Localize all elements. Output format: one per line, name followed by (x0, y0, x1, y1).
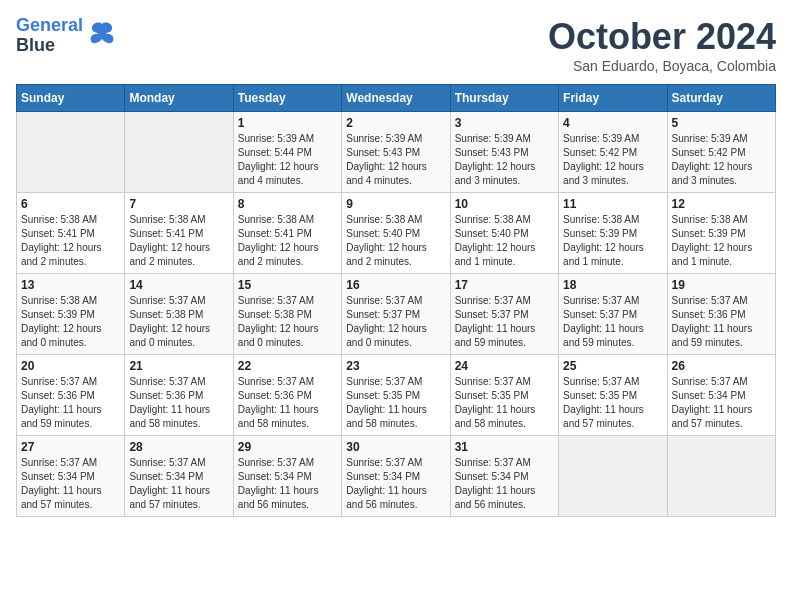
calendar-header-cell: Friday (559, 85, 667, 112)
day-number: 18 (563, 278, 662, 292)
calendar-day-cell: 16Sunrise: 5:37 AM Sunset: 5:37 PM Dayli… (342, 274, 450, 355)
calendar-header-cell: Sunday (17, 85, 125, 112)
day-info: Sunrise: 5:37 AM Sunset: 5:36 PM Dayligh… (21, 375, 120, 431)
day-info: Sunrise: 5:37 AM Sunset: 5:35 PM Dayligh… (346, 375, 445, 431)
day-info: Sunrise: 5:37 AM Sunset: 5:36 PM Dayligh… (238, 375, 337, 431)
calendar-header-cell: Wednesday (342, 85, 450, 112)
calendar-day-cell: 25Sunrise: 5:37 AM Sunset: 5:35 PM Dayli… (559, 355, 667, 436)
calendar-day-cell: 19Sunrise: 5:37 AM Sunset: 5:36 PM Dayli… (667, 274, 775, 355)
day-number: 9 (346, 197, 445, 211)
calendar-day-cell (667, 436, 775, 517)
header: General Blue October 2024 San Eduardo, B… (16, 16, 776, 74)
day-number: 26 (672, 359, 771, 373)
day-info: Sunrise: 5:39 AM Sunset: 5:42 PM Dayligh… (672, 132, 771, 188)
day-info: Sunrise: 5:37 AM Sunset: 5:34 PM Dayligh… (238, 456, 337, 512)
calendar-day-cell (125, 112, 233, 193)
day-number: 4 (563, 116, 662, 130)
calendar-week-row: 13Sunrise: 5:38 AM Sunset: 5:39 PM Dayli… (17, 274, 776, 355)
calendar-week-row: 20Sunrise: 5:37 AM Sunset: 5:36 PM Dayli… (17, 355, 776, 436)
calendar-day-cell: 1Sunrise: 5:39 AM Sunset: 5:44 PM Daylig… (233, 112, 341, 193)
day-info: Sunrise: 5:37 AM Sunset: 5:38 PM Dayligh… (129, 294, 228, 350)
calendar-table: SundayMondayTuesdayWednesdayThursdayFrid… (16, 84, 776, 517)
calendar-day-cell: 13Sunrise: 5:38 AM Sunset: 5:39 PM Dayli… (17, 274, 125, 355)
day-number: 17 (455, 278, 554, 292)
calendar-header-cell: Tuesday (233, 85, 341, 112)
calendar-day-cell: 22Sunrise: 5:37 AM Sunset: 5:36 PM Dayli… (233, 355, 341, 436)
day-number: 29 (238, 440, 337, 454)
day-number: 6 (21, 197, 120, 211)
day-number: 7 (129, 197, 228, 211)
day-number: 16 (346, 278, 445, 292)
calendar-day-cell: 24Sunrise: 5:37 AM Sunset: 5:35 PM Dayli… (450, 355, 558, 436)
day-info: Sunrise: 5:38 AM Sunset: 5:40 PM Dayligh… (346, 213, 445, 269)
day-number: 8 (238, 197, 337, 211)
calendar-day-cell: 8Sunrise: 5:38 AM Sunset: 5:41 PM Daylig… (233, 193, 341, 274)
day-info: Sunrise: 5:39 AM Sunset: 5:42 PM Dayligh… (563, 132, 662, 188)
day-number: 30 (346, 440, 445, 454)
day-number: 21 (129, 359, 228, 373)
calendar-week-row: 27Sunrise: 5:37 AM Sunset: 5:34 PM Dayli… (17, 436, 776, 517)
day-number: 19 (672, 278, 771, 292)
day-info: Sunrise: 5:39 AM Sunset: 5:44 PM Dayligh… (238, 132, 337, 188)
day-info: Sunrise: 5:37 AM Sunset: 5:34 PM Dayligh… (21, 456, 120, 512)
day-info: Sunrise: 5:37 AM Sunset: 5:34 PM Dayligh… (672, 375, 771, 431)
calendar-day-cell: 4Sunrise: 5:39 AM Sunset: 5:42 PM Daylig… (559, 112, 667, 193)
calendar-week-row: 6Sunrise: 5:38 AM Sunset: 5:41 PM Daylig… (17, 193, 776, 274)
day-info: Sunrise: 5:37 AM Sunset: 5:37 PM Dayligh… (455, 294, 554, 350)
day-info: Sunrise: 5:39 AM Sunset: 5:43 PM Dayligh… (455, 132, 554, 188)
day-info: Sunrise: 5:37 AM Sunset: 5:36 PM Dayligh… (672, 294, 771, 350)
calendar-day-cell: 3Sunrise: 5:39 AM Sunset: 5:43 PM Daylig… (450, 112, 558, 193)
day-number: 28 (129, 440, 228, 454)
day-info: Sunrise: 5:39 AM Sunset: 5:43 PM Dayligh… (346, 132, 445, 188)
day-number: 23 (346, 359, 445, 373)
day-info: Sunrise: 5:37 AM Sunset: 5:37 PM Dayligh… (346, 294, 445, 350)
calendar-day-cell: 21Sunrise: 5:37 AM Sunset: 5:36 PM Dayli… (125, 355, 233, 436)
day-number: 14 (129, 278, 228, 292)
day-info: Sunrise: 5:37 AM Sunset: 5:37 PM Dayligh… (563, 294, 662, 350)
calendar-day-cell (17, 112, 125, 193)
calendar-header-cell: Monday (125, 85, 233, 112)
day-info: Sunrise: 5:37 AM Sunset: 5:35 PM Dayligh… (563, 375, 662, 431)
day-number: 31 (455, 440, 554, 454)
day-number: 15 (238, 278, 337, 292)
day-number: 2 (346, 116, 445, 130)
calendar-day-cell: 14Sunrise: 5:37 AM Sunset: 5:38 PM Dayli… (125, 274, 233, 355)
day-number: 13 (21, 278, 120, 292)
day-info: Sunrise: 5:37 AM Sunset: 5:38 PM Dayligh… (238, 294, 337, 350)
calendar-day-cell: 27Sunrise: 5:37 AM Sunset: 5:34 PM Dayli… (17, 436, 125, 517)
location-subtitle: San Eduardo, Boyaca, Colombia (548, 58, 776, 74)
calendar-week-row: 1Sunrise: 5:39 AM Sunset: 5:44 PM Daylig… (17, 112, 776, 193)
day-info: Sunrise: 5:38 AM Sunset: 5:41 PM Dayligh… (21, 213, 120, 269)
calendar-day-cell: 30Sunrise: 5:37 AM Sunset: 5:34 PM Dayli… (342, 436, 450, 517)
calendar-day-cell: 10Sunrise: 5:38 AM Sunset: 5:40 PM Dayli… (450, 193, 558, 274)
day-number: 20 (21, 359, 120, 373)
month-title: October 2024 (548, 16, 776, 58)
day-number: 25 (563, 359, 662, 373)
day-info: Sunrise: 5:38 AM Sunset: 5:39 PM Dayligh… (672, 213, 771, 269)
calendar-day-cell: 7Sunrise: 5:38 AM Sunset: 5:41 PM Daylig… (125, 193, 233, 274)
calendar-day-cell: 15Sunrise: 5:37 AM Sunset: 5:38 PM Dayli… (233, 274, 341, 355)
calendar-day-cell (559, 436, 667, 517)
day-number: 11 (563, 197, 662, 211)
day-info: Sunrise: 5:38 AM Sunset: 5:41 PM Dayligh… (238, 213, 337, 269)
calendar-day-cell: 26Sunrise: 5:37 AM Sunset: 5:34 PM Dayli… (667, 355, 775, 436)
day-info: Sunrise: 5:37 AM Sunset: 5:34 PM Dayligh… (129, 456, 228, 512)
logo: General Blue (16, 16, 117, 56)
day-info: Sunrise: 5:38 AM Sunset: 5:40 PM Dayligh… (455, 213, 554, 269)
calendar-day-cell: 18Sunrise: 5:37 AM Sunset: 5:37 PM Dayli… (559, 274, 667, 355)
calendar-day-cell: 29Sunrise: 5:37 AM Sunset: 5:34 PM Dayli… (233, 436, 341, 517)
day-info: Sunrise: 5:37 AM Sunset: 5:34 PM Dayligh… (346, 456, 445, 512)
day-info: Sunrise: 5:37 AM Sunset: 5:34 PM Dayligh… (455, 456, 554, 512)
day-info: Sunrise: 5:37 AM Sunset: 5:35 PM Dayligh… (455, 375, 554, 431)
calendar-body: 1Sunrise: 5:39 AM Sunset: 5:44 PM Daylig… (17, 112, 776, 517)
calendar-day-cell: 31Sunrise: 5:37 AM Sunset: 5:34 PM Dayli… (450, 436, 558, 517)
calendar-header-cell: Saturday (667, 85, 775, 112)
logo-text: General Blue (16, 16, 83, 56)
calendar-day-cell: 9Sunrise: 5:38 AM Sunset: 5:40 PM Daylig… (342, 193, 450, 274)
day-number: 5 (672, 116, 771, 130)
day-info: Sunrise: 5:38 AM Sunset: 5:41 PM Dayligh… (129, 213, 228, 269)
day-number: 24 (455, 359, 554, 373)
calendar-day-cell: 28Sunrise: 5:37 AM Sunset: 5:34 PM Dayli… (125, 436, 233, 517)
day-number: 3 (455, 116, 554, 130)
calendar-day-cell: 12Sunrise: 5:38 AM Sunset: 5:39 PM Dayli… (667, 193, 775, 274)
